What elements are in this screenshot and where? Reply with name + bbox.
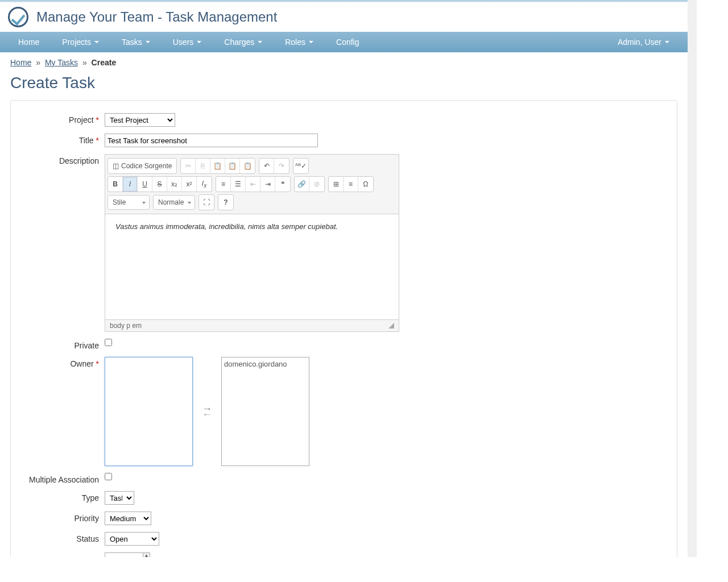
chevron-down-icon — [146, 41, 150, 43]
editor-content[interactable]: Vastus animus immoderata, incredibilia, … — [105, 214, 399, 319]
type-select[interactable]: Task — [105, 491, 134, 505]
owner-item[interactable]: domenico.giordano — [224, 360, 307, 368]
main-nav: Home Projects Tasks Users Charges Roles … — [0, 32, 688, 52]
app-header: Manage Your Team - Task Management — [0, 2, 688, 32]
spellcheck-button[interactable]: ᴬᴮ✓ — [293, 159, 308, 173]
status-select[interactable]: Open — [105, 532, 159, 546]
create-task-form: Project * Test Project Title * Descripti… — [10, 100, 677, 557]
spellcheck-icon: ᴬᴮ✓ — [295, 162, 307, 170]
indent-button[interactable]: ⇥ — [260, 177, 275, 192]
subscript-button[interactable]: x₂ — [167, 177, 182, 192]
nav-charges[interactable]: Charges — [213, 32, 274, 52]
project-select[interactable]: Test Project — [105, 113, 175, 127]
page-title: Create Task — [0, 69, 688, 100]
chevron-down-icon — [665, 41, 669, 43]
label-owner: Owner * — [11, 357, 105, 466]
omega-icon: Ω — [363, 180, 369, 188]
description-editor: ◫Codice Sorgente ✂ ⎘ 📋 📋 📋 ↶ — [105, 154, 399, 332]
chevron-down-icon — [309, 41, 313, 43]
blockquote-button[interactable]: ❝ — [275, 177, 290, 192]
special-char-button[interactable]: Ω — [358, 177, 373, 192]
owner-available-list[interactable] — [105, 357, 193, 466]
label-type: Type — [11, 491, 105, 505]
ordered-list-button[interactable]: ≡ — [216, 177, 231, 192]
unlink-button[interactable]: ⊘ — [309, 177, 324, 192]
paste-button[interactable]: 📋 — [210, 159, 225, 173]
nav-user-menu[interactable]: Admin, User — [606, 32, 681, 52]
label-description: Description — [11, 154, 105, 332]
breadcrumb-my-tasks[interactable]: My Tasks — [45, 58, 78, 67]
help-button[interactable]: ? — [218, 195, 233, 210]
nav-projects[interactable]: Projects — [51, 32, 110, 52]
priority-select[interactable]: Medium — [105, 512, 151, 525]
label-status: Status — [11, 532, 105, 546]
unordered-list-button[interactable]: ☰ — [231, 177, 246, 192]
nav-users[interactable]: Users — [162, 32, 213, 52]
label-cut — [11, 552, 105, 557]
strike-button[interactable]: S — [152, 177, 167, 192]
ordered-list-icon: ≡ — [221, 180, 225, 188]
nav-config[interactable]: Config — [325, 32, 370, 52]
private-checkbox[interactable] — [105, 339, 112, 346]
swap-icon[interactable]: →← — [202, 406, 212, 417]
app-logo-icon — [8, 7, 28, 27]
redo-icon: ↷ — [279, 162, 284, 170]
hr-icon: ≡ — [349, 180, 353, 188]
chevron-down-icon — [197, 41, 201, 43]
label-project: Project * — [11, 113, 105, 127]
breadcrumb-current: Create — [92, 58, 117, 67]
link-icon: 🔗 — [297, 180, 306, 188]
link-button[interactable]: 🔗 — [295, 177, 309, 192]
paste-word-icon: 📋 — [243, 162, 252, 170]
italic-button[interactable]: I — [123, 177, 138, 192]
copy-button[interactable]: ⎘ — [196, 159, 210, 173]
label-multiple: Multiple Association — [11, 473, 105, 484]
nav-roles[interactable]: Roles — [274, 32, 325, 52]
bold-button[interactable]: B — [108, 177, 123, 192]
outdent-icon: ⇤ — [250, 180, 256, 188]
owner-selected-list[interactable]: domenico.giordano — [221, 357, 309, 466]
title-input[interactable] — [105, 134, 318, 147]
editor-path[interactable]: body p em — [110, 322, 142, 330]
outdent-button[interactable]: ⇤ — [246, 177, 260, 192]
format-select[interactable]: Normale — [153, 195, 195, 210]
quote-icon: ❝ — [281, 180, 284, 188]
hr-button[interactable]: ≡ — [344, 177, 358, 192]
indent-icon: ⇥ — [265, 180, 271, 188]
source-button[interactable]: ◫Codice Sorgente — [108, 159, 176, 173]
spinner-input[interactable]: ▲▼ — [105, 552, 150, 557]
unordered-list-icon: ☰ — [235, 180, 241, 188]
multiple-checkbox[interactable] — [105, 473, 112, 480]
copy-icon: ⎘ — [201, 162, 205, 170]
undo-icon: ↶ — [264, 162, 270, 170]
app-title: Manage Your Team - Task Management — [36, 9, 277, 25]
paste-text-icon: 📋 — [228, 162, 237, 170]
cut-icon: ✂ — [185, 162, 191, 170]
remove-format-button[interactable]: Ix — [197, 177, 212, 192]
maximize-button[interactable]: ⛶ — [199, 195, 214, 210]
unlink-icon: ⊘ — [314, 180, 320, 188]
resize-handle[interactable] — [388, 323, 394, 329]
table-button[interactable]: ⊞ — [329, 177, 344, 192]
maximize-icon: ⛶ — [203, 198, 210, 206]
label-private: Private — [11, 339, 105, 350]
breadcrumb-home[interactable]: Home — [10, 58, 31, 67]
style-select[interactable]: Stile — [107, 195, 150, 210]
paste-icon: 📋 — [213, 162, 222, 170]
underline-button[interactable]: U — [138, 177, 152, 192]
chevron-down-icon — [258, 41, 262, 43]
table-icon: ⊞ — [333, 180, 339, 188]
superscript-button[interactable]: x² — [182, 177, 197, 192]
nav-home[interactable]: Home — [7, 32, 51, 52]
breadcrumb: Home » My Tasks » Create — [0, 52, 688, 69]
remove-format-icon: Ix — [202, 180, 206, 189]
undo-button[interactable]: ↶ — [259, 159, 274, 173]
cut-button[interactable]: ✂ — [181, 159, 196, 173]
paste-text-button[interactable]: 📋 — [225, 159, 240, 173]
paste-word-button[interactable]: 📋 — [240, 159, 255, 173]
source-icon: ◫ — [113, 162, 119, 170]
chevron-down-icon — [94, 41, 99, 43]
label-title: Title * — [11, 134, 105, 147]
redo-button[interactable]: ↷ — [274, 159, 289, 173]
nav-tasks[interactable]: Tasks — [110, 32, 162, 52]
